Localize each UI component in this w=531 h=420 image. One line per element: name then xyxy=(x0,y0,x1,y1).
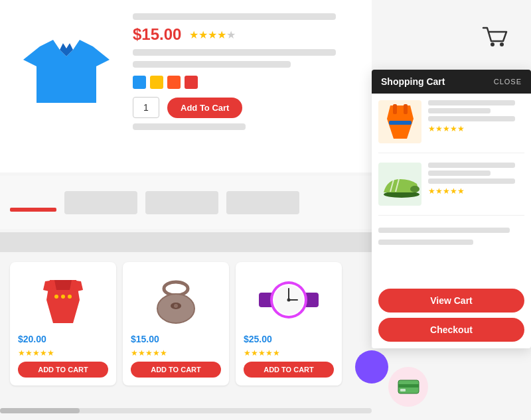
watch-icon xyxy=(259,275,319,325)
active-tab-indicator xyxy=(10,208,56,212)
cart-header: Shopping Cart CLOSE xyxy=(372,70,531,94)
card-3-stars: ★★★★★ xyxy=(244,348,280,358)
card-3-add-button[interactable]: ADD TO CART xyxy=(244,362,334,378)
cart-item-2-image xyxy=(378,163,421,206)
item-1-line-1 xyxy=(428,100,515,105)
card-3-price: $25.00 xyxy=(244,334,272,344)
item-2-stars: ★★★★★ xyxy=(428,186,524,196)
cart-divider-1 xyxy=(378,153,524,153)
svg-marker-6 xyxy=(54,280,72,290)
scroll-indicator[interactable] xyxy=(0,408,80,413)
product-card-2: $15.00 ★★★★★ ADD TO CART xyxy=(123,262,229,385)
item-1-line-3 xyxy=(428,116,515,121)
main-product-image xyxy=(13,13,119,119)
cart-item-1: ★★★★★ xyxy=(378,100,524,143)
main-product-section: $15.00 ★★★★★ 1 Add To Cart xyxy=(0,0,372,173)
card-2-stars: ★★★★★ xyxy=(131,348,167,358)
color-yellow[interactable] xyxy=(150,76,163,89)
svg-point-11 xyxy=(68,295,72,299)
view-cart-button[interactable]: View Cart xyxy=(378,289,524,313)
pink-circle-decoration xyxy=(388,367,428,407)
card-1-add-button[interactable]: ADD TO CART xyxy=(18,362,108,378)
product-title-placeholder xyxy=(133,13,336,20)
desc-line-1 xyxy=(133,49,336,56)
cart-title: Shopping Cart xyxy=(381,76,445,87)
svg-point-10 xyxy=(61,295,65,299)
card-2-image xyxy=(131,270,221,330)
tab-3[interactable] xyxy=(145,191,218,214)
cart-icon-area[interactable] xyxy=(478,20,511,53)
cart-icon xyxy=(478,20,511,53)
product-price: $15.00 xyxy=(133,25,181,44)
tabs-area xyxy=(0,176,372,229)
product-cards-area: $20.00 ★★★★★ ADD TO CART $15.00 ★★★★★ AD… xyxy=(0,252,378,395)
cart-close-button[interactable]: CLOSE xyxy=(494,78,522,86)
svg-point-24 xyxy=(287,298,291,301)
svg-point-32 xyxy=(410,186,419,192)
cart-item-1-image xyxy=(378,100,421,143)
shopping-cart-panel: Shopping Cart CLOSE ★★★★★ xyxy=(372,70,531,348)
cart-divider-2 xyxy=(378,215,524,216)
product-card-1: $20.00 ★★★★★ ADD TO CART xyxy=(10,262,116,385)
color-blue[interactable] xyxy=(133,76,146,89)
desc-line-2 xyxy=(133,61,291,68)
item-2-line-1 xyxy=(428,163,515,168)
shirt-icon xyxy=(23,23,110,109)
card-1-stars: ★★★★★ xyxy=(18,348,54,358)
desc-line-3 xyxy=(133,123,246,130)
tab-2[interactable] xyxy=(64,191,137,214)
cart-item-2-info: ★★★★★ xyxy=(428,163,524,196)
svg-point-3 xyxy=(491,42,494,46)
orange-dress-icon xyxy=(384,102,417,142)
item-2-line-3 xyxy=(428,178,515,184)
product-details: $15.00 ★★★★★ 1 Add To Cart xyxy=(133,13,358,159)
svg-rect-35 xyxy=(400,389,406,391)
red-dress-icon xyxy=(40,273,86,326)
scroll-bar xyxy=(0,408,372,413)
tab-active[interactable] xyxy=(10,191,56,214)
tab-4[interactable] xyxy=(226,191,299,214)
svg-point-4 xyxy=(500,42,504,46)
summary-line-1 xyxy=(378,228,510,233)
svg-point-9 xyxy=(54,295,58,299)
product-stars: ★★★★★ xyxy=(189,29,236,41)
card-2-add-button[interactable]: ADD TO CART xyxy=(131,362,221,378)
cart-body: ★★★★★ xyxy=(372,94,531,282)
svg-rect-27 xyxy=(404,104,408,114)
quantity-input[interactable]: 1 xyxy=(133,97,159,118)
svg-point-16 xyxy=(174,304,178,308)
color-orange[interactable] xyxy=(167,76,181,89)
svg-rect-26 xyxy=(393,104,397,114)
color-options xyxy=(133,76,358,89)
quantity-row: 1 Add To Cart xyxy=(133,97,358,118)
summary-line-2 xyxy=(378,240,473,245)
card-icon xyxy=(397,377,420,397)
color-red[interactable] xyxy=(185,76,198,89)
svg-rect-28 xyxy=(389,121,412,125)
card-2-price: $15.00 xyxy=(131,334,159,344)
cart-item-2: ★★★★★ xyxy=(378,163,524,206)
shoe-icon xyxy=(380,169,420,199)
card-3-image xyxy=(244,270,334,330)
section-divider xyxy=(0,232,378,252)
svg-rect-34 xyxy=(398,384,419,387)
main-add-to-cart-button[interactable]: Add To Cart xyxy=(167,98,242,118)
purple-circle-decoration xyxy=(355,350,388,384)
price-row: $15.00 ★★★★★ xyxy=(133,25,358,44)
item-1-line-2 xyxy=(428,108,491,113)
cart-footer: View Cart Checkout xyxy=(372,282,531,348)
product-card-3: $25.00 ★★★★★ ADD TO CART xyxy=(236,262,342,385)
checkout-button[interactable]: Checkout xyxy=(378,318,524,342)
item-2-line-2 xyxy=(428,171,491,176)
card-1-image xyxy=(18,270,108,330)
cart-item-1-info: ★★★★★ xyxy=(428,100,524,133)
item-1-stars: ★★★★★ xyxy=(428,124,524,133)
card-1-price: $20.00 xyxy=(18,334,46,344)
bag-icon xyxy=(151,275,201,325)
